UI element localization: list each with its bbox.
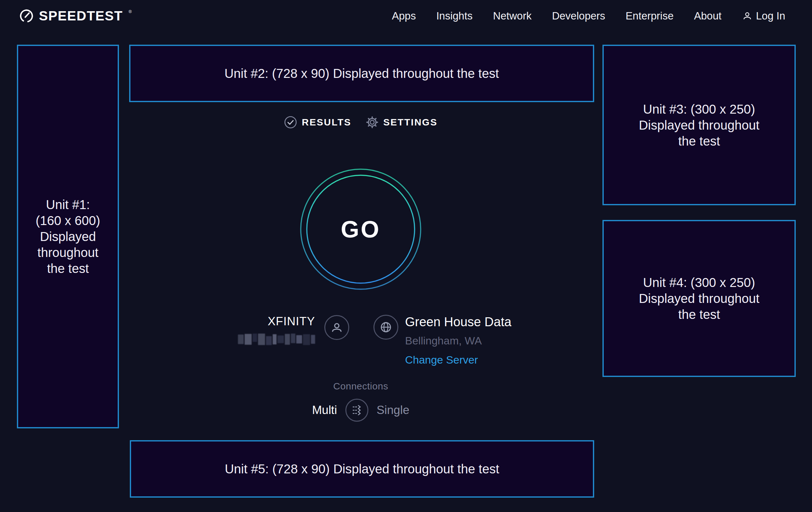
ad-text-line: throughout — [36, 244, 100, 261]
nav-item-about[interactable]: About — [694, 10, 721, 22]
tab-results[interactable]: RESULTS — [284, 115, 351, 129]
server-globe-icon — [374, 315, 398, 340]
connection-toggle[interactable] — [345, 399, 368, 422]
go-label: GO — [298, 167, 423, 291]
change-server-link[interactable]: Change Server — [405, 353, 478, 366]
ip-address-redacted — [119, 333, 315, 345]
tab-settings[interactable]: SETTINGS — [366, 115, 438, 129]
main-content: RESULTS — [119, 0, 603, 512]
server-location: Bellingham, WA — [405, 334, 512, 347]
connection-mode-single[interactable]: Single — [377, 403, 409, 417]
ad-unit-3[interactable]: Unit #3: (300 x 250) Displayed throughou… — [603, 45, 796, 205]
user-icon — [742, 10, 753, 21]
ad-text-line: (160 x 600) — [36, 213, 100, 228]
ad-unit-4[interactable]: Unit #4: (300 x 250) Displayed throughou… — [603, 220, 796, 377]
check-circle-icon — [284, 115, 297, 129]
ad-text-line: Unit #3: (300 x 250) — [639, 101, 759, 117]
speedtest-page: SPEEDTEST ® Apps Insights Network Develo… — [0, 0, 812, 512]
nav-item-enterprise[interactable]: Enterprise — [626, 10, 674, 22]
connections-toggle-row: Multi Single — [119, 399, 603, 422]
ad-unit-1-text: Unit #1: (160 x 600) Displayed throughou… — [36, 197, 100, 276]
ad-text-line: Displayed throughout — [639, 291, 759, 306]
connection-mode-multi[interactable]: Multi — [312, 403, 337, 417]
ad-unit-4-text: Unit #4: (300 x 250) Displayed throughou… — [639, 274, 759, 322]
ad-text-line: Displayed throughout — [639, 117, 759, 133]
ad-text-line: Displayed — [36, 228, 100, 244]
isp-block: XFINITY — [119, 315, 315, 345]
provider-server-row: XFINITY — [119, 311, 603, 372]
isp-user-icon — [324, 315, 349, 340]
gear-icon — [366, 115, 379, 129]
ad-unit-3-text: Unit #3: (300 x 250) Displayed throughou… — [639, 101, 759, 149]
tab-results-label: RESULTS — [302, 117, 351, 128]
connections-label: Connections — [119, 381, 603, 392]
ad-text-line: the test — [639, 133, 759, 149]
login-label: Log In — [756, 10, 785, 22]
go-button[interactable]: GO — [298, 167, 423, 291]
tab-bar: RESULTS — [119, 115, 603, 129]
server-name: Green House Data — [405, 315, 512, 329]
tab-settings-label: SETTINGS — [383, 117, 438, 128]
speedometer-icon — [19, 9, 34, 23]
ad-text-line: Unit #4: (300 x 250) — [639, 274, 759, 291]
ad-unit-1[interactable]: Unit #1: (160 x 600) Displayed throughou… — [17, 45, 119, 428]
ad-text-line: Unit #1: — [36, 197, 100, 213]
logo[interactable]: SPEEDTEST ® — [19, 8, 132, 24]
server-block: Green House Data Bellingham, WA Change S… — [405, 315, 512, 366]
ad-text-line: the test — [36, 261, 100, 276]
connections-section: Connections Multi Sin — [119, 381, 603, 422]
login-button[interactable]: Log In — [742, 10, 785, 22]
logo-wordmark: SPEEDTEST — [39, 8, 123, 24]
multi-connection-icon — [346, 399, 368, 422]
isp-name: XFINITY — [119, 315, 315, 328]
ad-text-line: the test — [639, 306, 759, 322]
